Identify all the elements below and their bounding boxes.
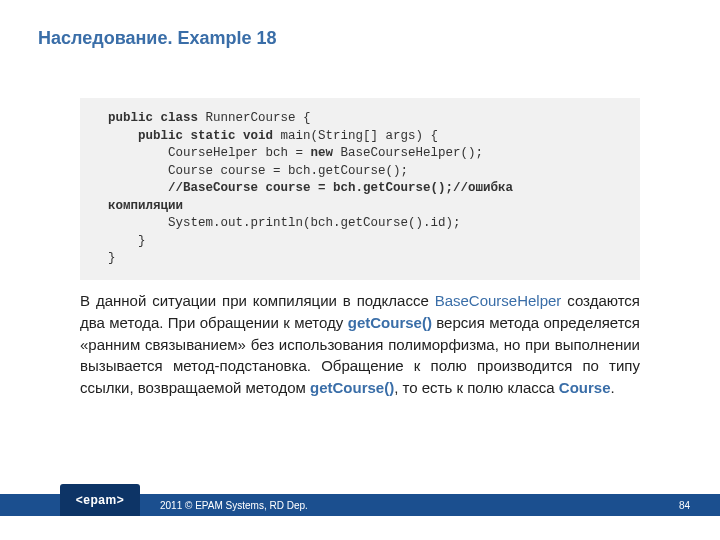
epam-logo: <epam> bbox=[76, 493, 124, 507]
code-kw: public class bbox=[108, 111, 198, 125]
footer-copyright: 2011 © EPAM Systems, RD Dep. bbox=[160, 500, 308, 511]
para-text: , то есть к полю класса bbox=[394, 379, 559, 396]
code-text: Course course = bch.getCourse(); bbox=[108, 164, 408, 178]
para-highlight: Course bbox=[559, 379, 611, 396]
code-text: System.out.println(bch.getCourse().id); bbox=[108, 216, 461, 230]
para-highlight: getCourse() bbox=[348, 314, 432, 331]
code-comment: //BaseCourse course = bch.getCourse();//… bbox=[108, 181, 513, 195]
code-kw: new bbox=[311, 146, 334, 160]
code-text: BaseCourseHelper(); bbox=[333, 146, 483, 160]
para-highlight: BaseCourseHelper bbox=[435, 292, 562, 309]
code-text: } bbox=[108, 234, 146, 248]
para-text: . bbox=[610, 379, 614, 396]
slide-title: Наследование. Example 18 bbox=[38, 28, 277, 49]
code-comment: компиляции bbox=[108, 199, 183, 213]
code-text: CourseHelper bch = bbox=[108, 146, 311, 160]
para-text: В данной ситуации при компиляции в подкл… bbox=[80, 292, 435, 309]
code-kw: public static void bbox=[108, 129, 273, 143]
para-highlight: getCourse() bbox=[310, 379, 394, 396]
code-text: } bbox=[108, 251, 116, 265]
code-text: RunnerCourse { bbox=[198, 111, 311, 125]
code-block: public class RunnerCourse { public stati… bbox=[80, 98, 640, 280]
explanation-paragraph: В данной ситуации при компиляции в подкл… bbox=[80, 290, 640, 399]
footer-logo-block: <epam> bbox=[60, 484, 140, 516]
page-number: 84 bbox=[679, 500, 690, 511]
code-text: main(String[] args) { bbox=[273, 129, 438, 143]
